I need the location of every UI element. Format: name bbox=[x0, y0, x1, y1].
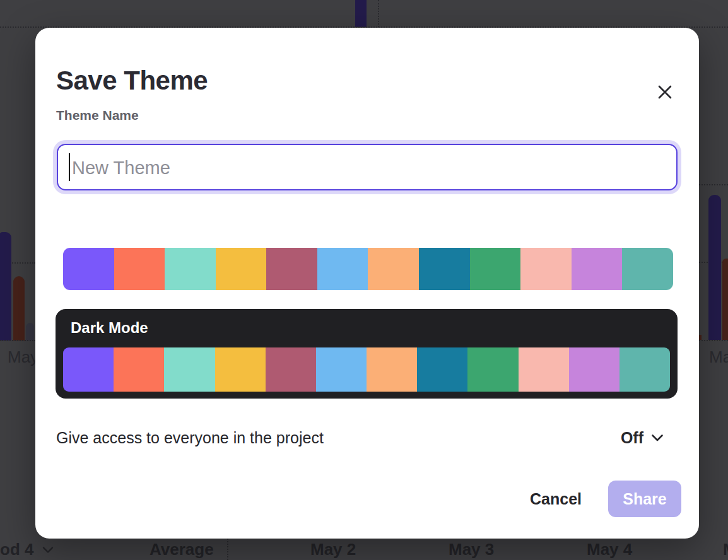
period-label: od 4 bbox=[0, 540, 33, 559]
palette-swatch bbox=[470, 248, 521, 290]
palette-swatch bbox=[569, 347, 619, 392]
text-caret bbox=[69, 153, 70, 181]
close-button[interactable] bbox=[654, 81, 676, 103]
access-label: Give access to everyone in the project bbox=[56, 429, 324, 447]
axis-label-may3: May 3 bbox=[449, 540, 494, 559]
theme-name-input[interactable] bbox=[71, 145, 660, 190]
axis-separator bbox=[227, 539, 228, 560]
palette-swatch bbox=[520, 248, 572, 290]
cancel-button[interactable]: Cancel bbox=[530, 490, 582, 508]
palette-swatch bbox=[165, 248, 216, 290]
palette-swatch bbox=[317, 248, 368, 290]
theme-name-input-wrapper bbox=[57, 144, 678, 190]
palette-swatch bbox=[619, 347, 670, 392]
access-value: Off bbox=[621, 429, 643, 447]
palette-swatch bbox=[519, 347, 569, 392]
palette-swatch bbox=[316, 347, 367, 392]
chart-bar bbox=[722, 259, 728, 340]
palette-swatch bbox=[114, 248, 165, 290]
gridline bbox=[378, 0, 379, 27]
palette-swatch bbox=[419, 248, 470, 290]
close-icon bbox=[657, 84, 673, 100]
palette-swatch bbox=[417, 347, 467, 392]
palette-swatch bbox=[114, 347, 164, 392]
app-canvas: May Ma od 4 Average May 2 May 3 May 4 M … bbox=[0, 0, 728, 560]
dark-mode-label: Dark Mode bbox=[71, 319, 148, 337]
period-dropdown[interactable]: od 4 bbox=[0, 540, 54, 559]
gridline bbox=[699, 340, 728, 341]
light-mode-palette bbox=[63, 248, 673, 290]
theme-name-label: Theme Name bbox=[56, 108, 139, 123]
x-axis-label-left: May bbox=[8, 347, 38, 367]
palette-swatch bbox=[367, 347, 417, 392]
axis-label-right-partial: M bbox=[723, 540, 728, 559]
palette-swatch bbox=[63, 248, 114, 290]
axis-label-may4: May 4 bbox=[587, 540, 632, 559]
chart-bar bbox=[708, 195, 721, 340]
chevron-down-icon bbox=[42, 546, 54, 554]
axis-label-may2: May 2 bbox=[310, 540, 356, 559]
palette-swatch bbox=[216, 248, 267, 290]
palette-swatch bbox=[266, 248, 317, 290]
chart-bar bbox=[699, 335, 702, 340]
x-axis-label-right: Ma bbox=[709, 347, 728, 367]
palette-swatch bbox=[63, 347, 114, 392]
palette-swatch bbox=[622, 248, 673, 290]
access-dropdown[interactable]: Off bbox=[621, 426, 664, 450]
share-button[interactable]: Share bbox=[608, 481, 681, 517]
save-theme-modal: Save Theme Theme Name Light Mode Dark Mo… bbox=[35, 28, 699, 539]
chart-bar bbox=[26, 323, 34, 341]
palette-swatch bbox=[164, 347, 214, 392]
chart-bar bbox=[13, 276, 25, 341]
palette-swatch bbox=[368, 248, 419, 290]
palette-swatch bbox=[266, 347, 316, 392]
chart-bar bbox=[355, 0, 367, 27]
palette-swatch bbox=[572, 248, 623, 290]
modal-title: Save Theme bbox=[56, 66, 208, 96]
dark-mode-card: Dark Mode bbox=[56, 309, 678, 399]
axis-label-average: Average bbox=[150, 540, 214, 559]
gridline bbox=[699, 184, 728, 185]
gridline bbox=[0, 340, 35, 341]
dark-mode-palette bbox=[63, 347, 670, 392]
palette-swatch bbox=[215, 347, 266, 392]
modal-actions: Cancel Share bbox=[530, 481, 681, 517]
palette-swatch bbox=[467, 347, 518, 392]
chevron-down-icon bbox=[651, 434, 664, 442]
chart-bar bbox=[0, 232, 11, 341]
